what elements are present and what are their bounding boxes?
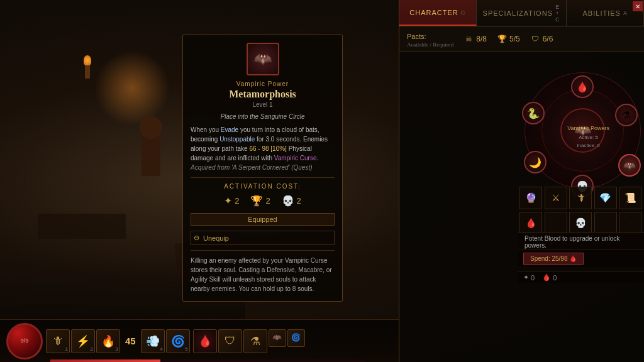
slot-num-5: 5 bbox=[185, 346, 187, 352]
skill-slot-1[interactable]: 🗡1 bbox=[46, 329, 70, 353]
inv-cell-9[interactable]: · bbox=[594, 212, 617, 234]
inv-cell-6[interactable]: 🩸 bbox=[519, 212, 542, 234]
ability-card: 🦇 Vampiric Power Metamorphosis Level 1 P… bbox=[182, 35, 343, 302]
inv-cell-8[interactable]: 💀 bbox=[569, 212, 592, 234]
potent-blood-text: Potent Blood to upgrade or unlock powers… bbox=[525, 235, 638, 249]
keyword-unstoppable: Unstoppable bbox=[219, 136, 255, 143]
tab-specializations-label: SPECIALIZATIONS bbox=[483, 9, 553, 17]
power-node-right[interactable]: ⚗ bbox=[615, 104, 638, 126]
cost-value-3: 2 bbox=[297, 196, 301, 206]
skill-slot-r[interactable]: ⚗ bbox=[243, 329, 267, 353]
power-node-bottom-right[interactable]: 🦇 bbox=[618, 154, 641, 177]
ability-name: Metamorphosis bbox=[191, 89, 335, 100]
skill-slot-t[interactable]: 🌀 bbox=[287, 329, 305, 347]
slot-num-3: 3 bbox=[116, 346, 118, 352]
tab-specializations[interactable]: SPECIALIZATIONS E + C bbox=[477, 0, 567, 26]
skill-slot-4[interactable]: 💨4 bbox=[141, 329, 165, 353]
ability-place-hint: Place into the Sanguine Circle bbox=[191, 113, 335, 120]
tab-specializations-key: E + C bbox=[555, 4, 560, 23]
unequip-label: Unequip bbox=[203, 234, 229, 242]
health-value: 9/9 bbox=[21, 337, 29, 344]
ability-description: When you Evade you turn into a cloud of … bbox=[191, 125, 335, 172]
cost-item-3: 💀 2 bbox=[282, 195, 301, 207]
cost-icon-1: ✦ bbox=[224, 195, 232, 207]
inv-cell-5[interactable]: 📜 bbox=[619, 187, 641, 209]
ability-icon-area: 🦇 bbox=[191, 43, 335, 75]
skill-slot-2[interactable]: ⚡2 bbox=[71, 329, 95, 353]
cost-value-1: 2 bbox=[235, 196, 239, 206]
resource-2: 🩸 0 bbox=[542, 273, 557, 282]
inv-cell-3[interactable]: 🗡 bbox=[569, 187, 592, 209]
tab-character-key: C bbox=[461, 9, 466, 16]
skill-slot-3[interactable]: 🔥3 bbox=[96, 329, 120, 353]
power-node-left[interactable]: 🌙 bbox=[524, 151, 547, 173]
crate-decor bbox=[38, 214, 126, 239]
ability-level: Level 1 bbox=[191, 101, 335, 108]
highlight-damage: 66 - 98 [10%] bbox=[249, 145, 286, 152]
power-node-top[interactable]: 🩸 bbox=[571, 75, 594, 98]
resource-2-value: 0 bbox=[553, 274, 557, 282]
ability-icon: 🦇 bbox=[247, 43, 279, 75]
right-content-area: 🦇 🩸 ⚗ 🦇 💀 🌙 🐍 Vampiric Powers Active: 5 … bbox=[399, 35, 644, 311]
cost-icon-3: 💀 bbox=[282, 195, 294, 207]
skill-slot-q[interactable]: 🩸 bbox=[193, 329, 217, 353]
power-node-top-left[interactable]: 🐍 bbox=[522, 102, 545, 124]
vampiric-powers-inactive-label: Inactive: bbox=[577, 143, 597, 148]
vampiric-powers-title: Vampiric Powers bbox=[567, 125, 609, 131]
skill-slot-e[interactable]: 🛡 bbox=[218, 329, 242, 353]
resource-2-icon: 🩸 bbox=[542, 273, 551, 282]
ability-type: Vampiric Power bbox=[191, 80, 335, 87]
character-level: 45 bbox=[121, 336, 140, 346]
slot-num-4: 4 bbox=[160, 346, 162, 352]
toolbar-right-slots: 🩸 🛡 ⚗ 🦇 🌀 bbox=[193, 329, 305, 353]
tab-abilities-label: ABILITIES bbox=[583, 9, 621, 17]
keyword-evade: Evade bbox=[221, 126, 238, 133]
inv-cell-2[interactable]: ⚔ bbox=[545, 187, 567, 209]
tab-character[interactable]: CHARACTER C bbox=[399, 0, 477, 26]
ui-panel: ✕ CHARACTER C SPECIALIZATIONS E + C ABIL… bbox=[399, 0, 644, 362]
vampiric-powers-active-label: Active: bbox=[579, 134, 595, 140]
skill-slot-5[interactable]: 🌀5 bbox=[166, 329, 190, 353]
game-toolbar: 9/9 🗡1 ⚡2 🔥3 45 💨4 🌀5 🩸 🛡 ⚗ 🦇 bbox=[0, 319, 399, 362]
spend-button-area: Spend: 25/98 🩸 bbox=[518, 250, 644, 267]
character-head bbox=[140, 116, 162, 139]
cost-item-1: ✦ 2 bbox=[224, 195, 239, 207]
keyword-vampiric-curse: Vampiric Curse bbox=[274, 155, 317, 162]
potent-blood-bar: Potent Blood to upgrade or unlock powers… bbox=[518, 232, 644, 251]
inv-cell-10[interactable]: · bbox=[619, 212, 641, 234]
spend-button[interactable]: Spend: 25/98 🩸 bbox=[523, 253, 584, 265]
slot-num-2: 2 bbox=[91, 346, 93, 352]
inv-cell-4[interactable]: 💎 bbox=[594, 187, 617, 209]
soul-description: Killing an enemy affected by your Vampir… bbox=[191, 256, 335, 293]
unequip-button[interactable]: ⊖ Unequip bbox=[191, 231, 335, 245]
inv-row-1: 🔮 ⚔ 🗡 💎 📜 bbox=[518, 185, 644, 211]
torch-glow-1 bbox=[94, 50, 170, 126]
vampiric-powers-label: Vampiric Powers Active: 5 Inactive: 0 bbox=[567, 124, 609, 150]
blood-icon: 🩸 bbox=[569, 255, 577, 262]
cost-row: ✦ 2 🏆 2 💀 2 bbox=[191, 195, 335, 207]
resource-1-value: 0 bbox=[531, 274, 535, 282]
tab-character-label: CHARACTER bbox=[409, 9, 458, 16]
close-button[interactable]: ✕ bbox=[633, 1, 643, 11]
cost-item-2: 🏆 2 bbox=[250, 195, 270, 207]
equipped-badge: Equipped bbox=[191, 213, 335, 226]
vampiric-powers-inactive-val: 0 bbox=[597, 143, 599, 148]
unequip-icon: ⊖ bbox=[194, 234, 199, 242]
cost-value-2: 2 bbox=[265, 196, 270, 206]
tab-abilities-key: A bbox=[623, 10, 628, 16]
xp-fill bbox=[50, 359, 160, 362]
activation-cost-label: ACTIVATION COST: bbox=[191, 177, 335, 190]
spend-label: Spend: 25/98 bbox=[530, 255, 568, 262]
acquired-note: Acquired from 'A Serpent Cornered' (Ques… bbox=[191, 164, 313, 171]
resource-1-icon: ✦ bbox=[523, 273, 529, 282]
inv-cell-7[interactable]: · bbox=[545, 212, 567, 234]
separator bbox=[191, 250, 335, 251]
inv-cell-1[interactable]: 🔮 bbox=[519, 187, 542, 209]
health-orb: 9/9 bbox=[6, 323, 43, 359]
resource-1: ✦ 0 bbox=[523, 273, 535, 282]
skill-slot-s[interactable]: 🦇 bbox=[269, 329, 286, 347]
toolbar-skill-slots: 🗡1 ⚡2 🔥3 45 💨4 🌀5 bbox=[46, 329, 190, 353]
vampiric-powers-active-val: 5 bbox=[595, 134, 597, 140]
xp-bar bbox=[50, 359, 365, 362]
resource-bar: ✦ 0 🩸 0 bbox=[518, 272, 644, 283]
